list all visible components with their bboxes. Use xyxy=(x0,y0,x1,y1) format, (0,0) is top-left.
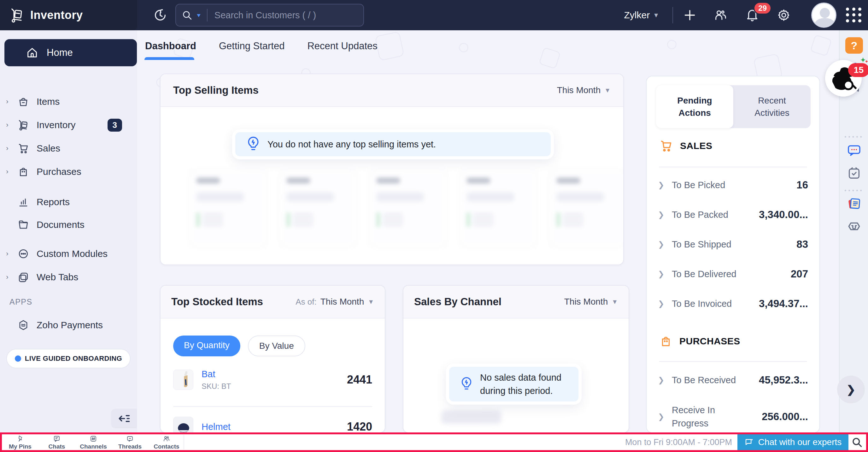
sidebar-item-purchases[interactable]: › Purchases xyxy=(0,160,137,183)
lightbulb-icon xyxy=(246,136,260,152)
row-value: 45,952.3... xyxy=(759,374,808,386)
help-button[interactable]: ? xyxy=(840,37,868,54)
header-divider xyxy=(673,7,673,23)
documents-resources-button[interactable] xyxy=(840,196,868,211)
sidebar-item-documents[interactable]: Documents xyxy=(0,214,137,236)
dock-label: Chats xyxy=(49,443,65,450)
global-search[interactable]: ▼ Search in Customers ( / ) xyxy=(175,4,364,27)
users-icon[interactable] xyxy=(710,0,732,30)
toggle-by-value[interactable]: By Value xyxy=(248,336,305,356)
recent-history-icon[interactable] xyxy=(152,7,168,23)
sidebar-item-sales[interactable]: › Sales xyxy=(0,137,137,160)
chevron-down-icon: ▼ xyxy=(604,87,611,94)
page-tabs: Dashboard Getting Started Recent Updates xyxy=(145,40,377,60)
expand-chevron-icon[interactable]: › xyxy=(0,97,14,106)
period-dropdown[interactable]: This Month ▼ xyxy=(564,297,618,307)
row-chevron-icon: ❯ xyxy=(658,376,672,385)
item-name-link[interactable]: Helmet xyxy=(202,422,230,432)
integrations-button[interactable] xyxy=(840,219,868,234)
avatar-silhouette xyxy=(820,8,830,18)
pending-row-to-be-received[interactable]: ❯ To Be Received 45,952.3... xyxy=(658,370,808,390)
reports-chart-icon xyxy=(14,196,32,208)
tab-recent-updates[interactable]: Recent Updates xyxy=(307,40,377,60)
row-divider xyxy=(173,406,372,407)
sidebar-item-label: Web Tabs xyxy=(37,272,78,283)
expand-chevron-icon[interactable]: › xyxy=(0,168,14,176)
expand-chevron-icon[interactable]: › xyxy=(0,250,14,258)
expand-chevron-icon[interactable]: › xyxy=(0,121,14,129)
search-input[interactable]: Search in Customers ( / ) xyxy=(215,10,316,21)
item-name-link[interactable]: Bat xyxy=(202,369,231,379)
inventory-trolley-icon xyxy=(14,119,32,131)
sidebar-item-zoho-payments[interactable]: Zoho Payments xyxy=(0,314,137,337)
left-sidebar: Home › Items › Inventory 3 › Sales › xyxy=(0,30,137,432)
dock-item-channels[interactable]: Channels xyxy=(75,434,112,450)
dock-item-my-pins[interactable]: My Pins xyxy=(2,434,38,450)
sidebar-item-reports[interactable]: Reports xyxy=(0,191,137,214)
panel-expand-chevron-button[interactable]: ❯ xyxy=(837,376,865,403)
dock-item-threads[interactable]: Threads xyxy=(112,434,148,450)
period-dropdown[interactable]: As of: This Month ▼ xyxy=(296,297,374,307)
apps-section-heading: APPS xyxy=(9,297,32,307)
comments-button[interactable] xyxy=(840,143,868,158)
sidebar-item-home[interactable]: Home xyxy=(4,39,137,66)
tab-getting-started[interactable]: Getting Started xyxy=(219,40,285,60)
row-label: To Be Delivered xyxy=(672,267,737,281)
pending-row-to-be-shipped[interactable]: ❯ To Be Shipped 83 xyxy=(658,234,808,254)
row-value: 16 xyxy=(797,179,808,191)
period-value: This Month xyxy=(564,297,608,307)
pending-row-to-be-picked[interactable]: ❯ To Be Picked 16 xyxy=(658,175,808,195)
row-chevron-icon: ❯ xyxy=(658,299,672,308)
pending-row-to-be-packed[interactable]: ❯ To Be Packed 3,340.00... xyxy=(658,204,808,225)
expand-chevron-icon[interactable]: › xyxy=(0,144,14,152)
dock-item-contacts[interactable]: Contacts xyxy=(148,434,185,450)
section-title: PURCHASES xyxy=(679,336,740,346)
search-scope-chevron-icon[interactable]: ▼ xyxy=(195,12,202,18)
sidebar-item-items[interactable]: › Items xyxy=(0,90,137,113)
row-chevron-icon: ❯ xyxy=(658,240,672,249)
web-tabs-icon xyxy=(14,271,32,283)
sales-cart-icon xyxy=(14,142,32,154)
row-label: To Be Invoiced xyxy=(672,297,732,310)
settings-gear-icon[interactable] xyxy=(773,0,795,30)
apps-grid-icon[interactable] xyxy=(846,7,862,23)
section-divider xyxy=(659,361,807,362)
tab-dashboard[interactable]: Dashboard xyxy=(145,40,196,60)
pending-row-receive-in-progress[interactable]: ❯ Receive In Progress 256.000... xyxy=(658,401,808,432)
chat-with-experts-button[interactable]: Chat with our experts xyxy=(737,434,848,450)
dock-label: Threads xyxy=(118,443,142,450)
tab-pending-actions[interactable]: Pending Actions xyxy=(656,85,733,128)
org-chevron-icon: ▼ xyxy=(653,12,659,19)
purchases-bag-icon xyxy=(14,166,32,178)
org-switcher[interactable]: Zylker ▼ xyxy=(624,0,659,30)
stocked-toggle-group: By Quantity By Value xyxy=(173,336,305,356)
dock-divider xyxy=(184,435,184,450)
top-stocked-items-card: Top Stocked Items As of: This Month ▼ By… xyxy=(160,285,385,433)
empty-state-banner: You do not have any top selling items ye… xyxy=(232,129,554,160)
top-header: Inventory ▼ Search in Customers ( / ) Zy… xyxy=(0,0,868,30)
dock-item-chats[interactable]: Chats xyxy=(38,434,75,450)
sales-cart-icon xyxy=(659,139,673,153)
sales-by-channel-header: Sales By Channel This Month ▼ xyxy=(403,286,629,318)
period-dropdown[interactable]: This Month ▼ xyxy=(557,85,611,95)
user-avatar[interactable] xyxy=(811,2,836,28)
live-guided-onboarding-button[interactable]: LIVE GUIDED ONBOARDING xyxy=(6,349,131,368)
dock-search-icon[interactable] xyxy=(850,435,864,450)
expand-chevron-icon[interactable]: › xyxy=(0,273,14,281)
quick-create-button[interactable] xyxy=(679,0,701,30)
tasks-calendar-button[interactable] xyxy=(840,166,868,180)
tab-recent-activities[interactable]: Recent Activities xyxy=(733,85,811,128)
item-sku: SKU: BT xyxy=(202,382,231,391)
sidebar-item-web-tabs[interactable]: › Web Tabs xyxy=(0,266,137,288)
sidebar-item-inventory[interactable]: › Inventory 3 xyxy=(0,114,137,136)
app-logo[interactable]: Inventory xyxy=(0,0,137,30)
sidebar-collapse-button[interactable] xyxy=(111,409,137,428)
toggle-by-quantity[interactable]: By Quantity xyxy=(173,336,240,356)
pending-row-to-be-delivered[interactable]: ❯ To Be Delivered 207 xyxy=(658,264,808,284)
app-window: Inventory ▼ Search in Customers ( / ) Zy… xyxy=(0,0,868,452)
pending-row-to-be-invoiced[interactable]: ❯ To Be Invoiced 3,494.37... xyxy=(658,293,808,314)
zoho-payments-icon xyxy=(14,319,32,331)
sidebar-item-custom-modules[interactable]: › Custom Modules xyxy=(0,243,137,265)
sidebar-item-label: Inventory xyxy=(37,120,75,130)
top-selling-items-header: Top Selling Items This Month ▼ xyxy=(160,74,623,107)
